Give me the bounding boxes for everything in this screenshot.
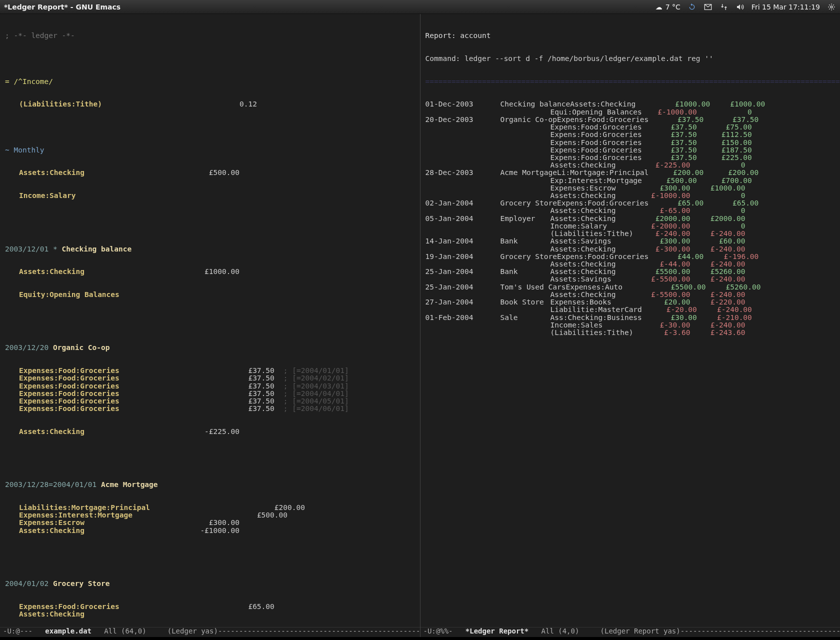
report-payee bbox=[500, 230, 550, 238]
report-row: 28-Dec-2003Acme MortgageLi:Mortgage:Prin… bbox=[426, 169, 836, 176]
buffer-ledger-report[interactable]: Report: account Command: ledger --sort d… bbox=[420, 14, 840, 637]
network-icon[interactable] bbox=[720, 2, 728, 12]
report-row: Assets:Checking£-65.000 bbox=[426, 207, 836, 214]
posting-comment: ; [=2004/01/01] bbox=[274, 367, 349, 374]
report-date bbox=[426, 184, 500, 192]
report-account: Income:Sales bbox=[550, 322, 636, 329]
report-account: Equi:Opening Balances bbox=[550, 108, 642, 116]
posting-amount: £37.50 bbox=[120, 367, 274, 374]
report-payee bbox=[500, 139, 550, 146]
report-amount: £-3.60 bbox=[636, 329, 690, 336]
report-date: 19-Jan-2004 bbox=[426, 253, 500, 260]
weather-indicator[interactable]: ☁ 7 °C bbox=[654, 2, 680, 12]
report-row: Income:Salary£-2000.000 bbox=[426, 222, 836, 230]
report-balance: £700.00 bbox=[697, 177, 752, 184]
report-account: Expens:Food:Groceries bbox=[550, 131, 642, 138]
report-payee bbox=[500, 124, 550, 131]
posting-amount bbox=[84, 610, 240, 618]
report-row: 02-Jan-2004Grocery StoreExpens:Food:Groc… bbox=[426, 200, 836, 207]
titlebar: *Ledger Report* - GNU Emacs ☁ 7 °C Fri 1… bbox=[0, 0, 840, 14]
mail-icon[interactable] bbox=[704, 2, 712, 12]
report-balance: £5260.00 bbox=[690, 268, 746, 276]
posting-account: Expenses:Interest:Mortgage bbox=[19, 512, 132, 519]
posting-account: (Liabilities:Tithe) bbox=[19, 100, 102, 108]
report-date bbox=[426, 276, 500, 283]
report-balance: 0 bbox=[690, 222, 746, 230]
report-row: Assets:Checking£-300.00£-240.00 bbox=[426, 246, 836, 253]
report-row: 25-Jan-2004Tom's Used CarsExpenses:Auto£… bbox=[426, 284, 836, 291]
refresh-icon[interactable] bbox=[688, 2, 696, 12]
report-row: 27-Jan-2004Book StoreExpenses:Books£20.0… bbox=[426, 298, 836, 306]
report-title: Report: account bbox=[426, 32, 836, 40]
report-balance: 0 bbox=[690, 207, 746, 214]
report-date bbox=[426, 139, 500, 146]
report-date bbox=[426, 230, 500, 238]
posting-amount: £200.00 bbox=[150, 504, 305, 512]
report-amount: £5500.00 bbox=[636, 268, 690, 276]
report-date: 14-Jan-2004 bbox=[426, 238, 500, 245]
modeline-left[interactable]: -U:@--- example.dat All (64,0) (Ledger y… bbox=[0, 627, 420, 637]
buffer-example-dat[interactable]: ; -*- ledger -*- = /^Income/ (Liabilitie… bbox=[0, 14, 420, 637]
report-account: Assets:Checking bbox=[550, 260, 636, 268]
report-amount: £5500.00 bbox=[650, 284, 706, 291]
report-balance: £-210.00 bbox=[697, 314, 752, 322]
report-balance: £-220.00 bbox=[690, 298, 746, 306]
report-amount: £44.00 bbox=[648, 253, 704, 260]
report-account: Assets:Checking bbox=[550, 215, 636, 222]
modeline-right[interactable]: -U:@%%- *Ledger Report* All (4,0) (Ledge… bbox=[420, 627, 840, 637]
gear-icon[interactable] bbox=[827, 2, 836, 12]
report-row: 19-Jan-2004Grocery StoreExpens:Food:Groc… bbox=[426, 253, 836, 260]
report-row: Expens:Food:Groceries£37.50£112.50 bbox=[426, 131, 836, 138]
report-account: Exp:Interest:Mortgage bbox=[550, 177, 642, 184]
report-payee: Grocery Store bbox=[500, 253, 558, 260]
report-account: Assets:Checking bbox=[550, 246, 636, 253]
report-date bbox=[426, 124, 500, 131]
report-payee bbox=[500, 162, 550, 169]
posting-account: Expenses:Food:Groceries bbox=[19, 390, 120, 398]
report-account: (Liabilities:Tithe) bbox=[550, 230, 636, 238]
buffer-name: *Ledger Report* bbox=[466, 627, 528, 635]
report-amount: £-2000.00 bbox=[636, 222, 690, 230]
report-date bbox=[426, 207, 500, 214]
report-payee bbox=[500, 306, 550, 314]
report-amount: £-1000.00 bbox=[642, 108, 697, 116]
report-balance: 0 bbox=[690, 162, 746, 169]
clock[interactable]: Fri 15 Mar 17:11:19 bbox=[752, 3, 820, 11]
report-balance: £1000.00 bbox=[710, 100, 765, 108]
report-payee bbox=[500, 177, 550, 184]
report-balance: £-196.00 bbox=[704, 253, 758, 260]
report-row: 01-Dec-2003Checking balanceAssets:Checki… bbox=[426, 100, 836, 108]
report-account: Assets:Checking bbox=[550, 162, 636, 169]
report-amount: £-20.00 bbox=[642, 306, 697, 314]
report-balance: £5260.00 bbox=[706, 284, 760, 291]
report-date bbox=[426, 306, 500, 314]
report-payee: Bank bbox=[500, 268, 550, 276]
report-amount: £-30.00 bbox=[636, 322, 690, 329]
report-amount: £-5500.00 bbox=[636, 291, 690, 298]
report-command: Command: ledger --sort d -f /home/borbus… bbox=[426, 55, 836, 62]
volume-icon[interactable] bbox=[736, 2, 744, 12]
report-payee bbox=[500, 131, 550, 138]
report-row: Expens:Food:Groceries£37.50£75.00 bbox=[426, 124, 836, 131]
report-row: Income:Sales£-30.00£-240.00 bbox=[426, 322, 836, 329]
report-payee bbox=[500, 184, 550, 192]
report-row: 25-Jan-2004BankAssets:Checking£5500.00£5… bbox=[426, 268, 836, 276]
svg-point-0 bbox=[830, 6, 832, 8]
posting-amount: £65.00 bbox=[120, 603, 274, 610]
report-date: 28-Dec-2003 bbox=[426, 169, 500, 176]
report-account: Expenses:Books bbox=[550, 298, 636, 306]
posting-account: Expenses:Food:Groceries bbox=[19, 603, 120, 610]
report-account: Assets:Checking bbox=[550, 268, 636, 276]
report-balance: £225.00 bbox=[697, 154, 752, 162]
report-account: Expens:Food:Groceries bbox=[550, 146, 642, 154]
report-balance: £187.50 bbox=[697, 146, 752, 154]
report-payee: Checking balance bbox=[500, 100, 570, 108]
posting-account: Assets:Checking bbox=[19, 610, 84, 618]
report-account: Assets:Savings bbox=[550, 238, 636, 245]
report-row: Liabilitie:MasterCard£-20.00£-240.00 bbox=[426, 306, 836, 314]
report-payee bbox=[500, 222, 550, 230]
report-date bbox=[426, 322, 500, 329]
report-date: 02-Jan-2004 bbox=[426, 200, 500, 207]
comment-line: ; -*- ledger -*- bbox=[5, 32, 415, 40]
posting-account: Liabilities:Mortgage:Principal bbox=[19, 504, 150, 512]
